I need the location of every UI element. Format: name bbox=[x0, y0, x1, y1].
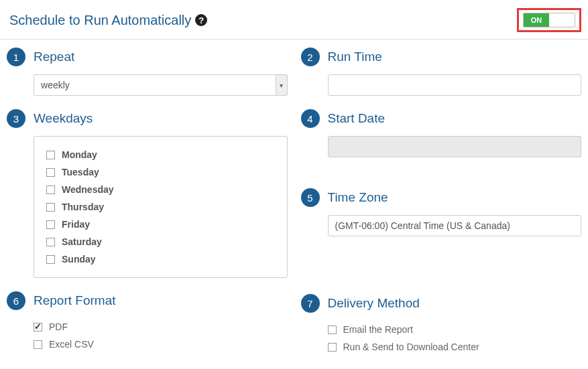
checkbox-pdf[interactable] bbox=[34, 323, 42, 331]
step-weekdays: 3 Weekdays Monday Tuesday Wednesday bbox=[7, 109, 288, 278]
startdate-input[interactable] bbox=[328, 136, 582, 157]
list-item: Saturday bbox=[46, 233, 275, 250]
list-item: Friday bbox=[46, 216, 275, 233]
checkbox-tuesday[interactable] bbox=[46, 168, 55, 177]
list-item: Tuesday bbox=[46, 163, 275, 181]
list-item: Wednesday bbox=[46, 181, 275, 198]
step-number: 4 bbox=[301, 109, 320, 128]
timezone-select[interactable] bbox=[328, 215, 582, 236]
step-repeat: 1 Repeat ▾ bbox=[7, 48, 288, 96]
weekday-label: Saturday bbox=[62, 236, 102, 247]
step-title: Start Date bbox=[328, 111, 386, 126]
section-header: Schedule to Run Automatically ? ON bbox=[0, 0, 588, 40]
checkbox-thursday[interactable] bbox=[46, 203, 55, 212]
right-column: 2 Run Time 4 Start Date 5 Time Zone bbox=[294, 48, 589, 369]
checkbox-friday[interactable] bbox=[46, 220, 55, 229]
step-title: Report Format bbox=[34, 293, 115, 308]
delivery-label: Run & Send to Download Center bbox=[343, 342, 479, 352]
step-title: Weekdays bbox=[34, 111, 93, 126]
step-format: 6 Report Format PDF Excel CSV bbox=[7, 291, 288, 353]
form-content: 1 Repeat ▾ 3 Weekdays Monday bbox=[0, 40, 588, 369]
checkbox-monday[interactable] bbox=[46, 151, 55, 159]
checkbox-saturday[interactable] bbox=[46, 238, 55, 246]
list-item: Run & Send to Download Center bbox=[328, 338, 582, 356]
format-label: Excel CSV bbox=[49, 339, 94, 350]
step-number: 7 bbox=[301, 294, 320, 313]
toggle-highlight: ON bbox=[517, 8, 581, 32]
step-title: Run Time bbox=[328, 50, 382, 64]
checkbox-sunday[interactable] bbox=[46, 255, 55, 264]
section-title: Schedule to Run Automatically ? bbox=[9, 13, 207, 28]
weekday-list: Monday Tuesday Wednesday Thursday bbox=[34, 136, 288, 278]
toggle-on-label: ON bbox=[524, 13, 549, 27]
weekday-label: Friday bbox=[62, 219, 90, 230]
repeat-select[interactable] bbox=[34, 74, 288, 96]
title-text: Schedule to Run Automatically bbox=[9, 13, 191, 28]
format-label: PDF bbox=[49, 321, 68, 332]
weekday-label: Sunday bbox=[62, 254, 96, 265]
weekday-label: Wednesday bbox=[62, 184, 114, 195]
step-number: 5 bbox=[301, 188, 320, 207]
list-item: Email the Report bbox=[328, 321, 582, 338]
list-item: Excel CSV bbox=[34, 336, 288, 353]
list-item: Monday bbox=[46, 146, 275, 163]
weekday-label: Thursday bbox=[62, 202, 104, 212]
list-item: PDF bbox=[34, 318, 288, 336]
step-startdate: 4 Start Date bbox=[301, 109, 582, 157]
step-runtime: 2 Run Time bbox=[301, 48, 582, 96]
step-number: 2 bbox=[301, 48, 320, 66]
step-number: 3 bbox=[7, 109, 25, 128]
delivery-label: Email the Report bbox=[343, 324, 413, 335]
list-item: Sunday bbox=[46, 250, 275, 268]
weekday-label: Monday bbox=[62, 149, 97, 160]
step-title: Time Zone bbox=[328, 190, 388, 205]
step-number: 6 bbox=[7, 291, 25, 310]
step-title: Delivery Method bbox=[328, 296, 420, 311]
step-timezone: 5 Time Zone bbox=[301, 188, 582, 236]
step-number: 1 bbox=[7, 48, 25, 66]
step-title: Repeat bbox=[34, 50, 74, 64]
checkbox-download-center[interactable] bbox=[328, 343, 337, 352]
help-icon[interactable]: ? bbox=[195, 14, 207, 26]
step-delivery: 7 Delivery Method Email the Report Run &… bbox=[301, 294, 582, 356]
left-column: 1 Repeat ▾ 3 Weekdays Monday bbox=[0, 48, 294, 369]
checkbox-email-report[interactable] bbox=[328, 325, 337, 334]
weekday-label: Tuesday bbox=[62, 167, 99, 177]
list-item: Thursday bbox=[46, 198, 275, 216]
runtime-input[interactable] bbox=[328, 74, 582, 96]
checkbox-excel-csv[interactable] bbox=[34, 340, 42, 349]
checkbox-wednesday[interactable] bbox=[46, 186, 55, 194]
schedule-toggle[interactable]: ON bbox=[523, 13, 575, 27]
